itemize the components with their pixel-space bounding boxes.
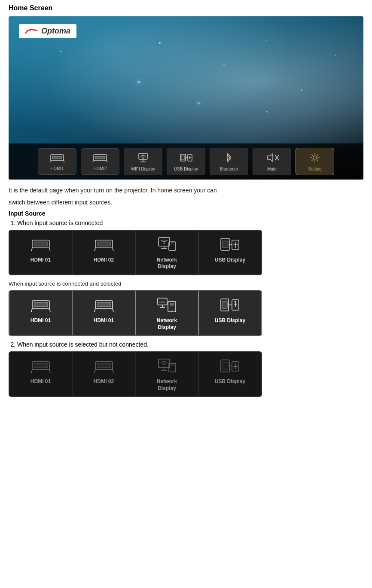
list-item-1: When input source is connected <box>17 219 363 226</box>
hero-btn-bluetooth[interactable]: Bluetooth <box>210 148 248 175</box>
hero-btn-hdmi2-label: HDMI2 <box>93 166 107 171</box>
bluetooth-icon <box>221 152 237 165</box>
hero-btn-bluetooth-label: Bluetooth <box>220 167 238 171</box>
svg-rect-73 <box>97 363 111 368</box>
svg-point-82 <box>163 364 165 366</box>
svg-line-25 <box>49 248 50 251</box>
hero-btn-mute[interactable]: Mute <box>253 148 291 175</box>
hero-btn-mute-label: Mute <box>267 167 277 171</box>
source-cell-usb-not-connected: USB Display <box>198 352 262 396</box>
hdmi01-icon-not-connected <box>30 358 51 376</box>
svg-rect-27 <box>97 242 111 246</box>
network-display-icon-not-connected <box>157 358 177 376</box>
connected-selected-label: When input source is connected and selec… <box>9 280 363 287</box>
source-cell-network-not-connected: NetworkDisplay <box>135 352 198 396</box>
optoma-logo-icon <box>25 27 39 36</box>
svg-rect-5 <box>95 156 105 159</box>
source-grid-connected: HDMI 01 HDMI 02 <box>9 230 262 275</box>
svg-line-71 <box>49 369 50 373</box>
source-label-hdmi01-connected: HDMI 01 <box>30 257 51 264</box>
source-cell-network-connected: NetworkDisplay <box>135 230 198 275</box>
source-cell-network-selected: NetworkDisplay <box>135 291 198 335</box>
svg-point-11 <box>143 158 143 158</box>
svg-line-24 <box>31 248 32 251</box>
input-source-title: Input Source <box>9 210 363 217</box>
hdmi01b-icon-selected <box>94 297 114 315</box>
hero-btn-wifi[interactable]: WIFI Display <box>124 148 162 175</box>
source-label-network-connected: NetworkDisplay <box>157 257 177 270</box>
svg-line-74 <box>95 369 95 373</box>
svg-line-3 <box>64 161 64 162</box>
svg-rect-23 <box>34 242 48 246</box>
source-label-usb-not-connected: USB Display <box>215 378 245 385</box>
svg-rect-1 <box>52 156 62 159</box>
hero-btn-usb[interactable]: USB Display <box>167 148 205 175</box>
hero-btn-setting[interactable]: Setting <box>296 148 334 175</box>
usb-display-icon-connected <box>220 237 241 254</box>
network-display-icon-connected <box>157 237 177 254</box>
usb-display-icon-selected <box>220 297 241 315</box>
source-cell-hdmi01b-selected: HDMI 01 <box>72 291 135 335</box>
source-label-network-selected: NetworkDisplay <box>157 317 177 331</box>
source-cell-hdmi02-connected: HDMI 02 <box>72 230 135 275</box>
svg-line-75 <box>113 369 113 373</box>
mute-icon <box>264 152 280 165</box>
source-cell-hdmi01-selected: HDMI 01 <box>9 291 72 335</box>
svg-rect-63 <box>222 302 227 308</box>
wifi-display-icon <box>135 152 151 165</box>
source-label-network-not-connected: NetworkDisplay <box>157 378 177 392</box>
svg-rect-30 <box>159 238 170 246</box>
hero-toolbar: HDMI1 HDMI2 <box>9 143 363 180</box>
hero-btn-hdmi1[interactable]: HDMI1 <box>38 148 76 175</box>
hero-btn-wifi-label: WIFI Display <box>131 167 156 171</box>
list-item-2: When input source is selected but not co… <box>17 341 363 348</box>
hero-btn-usb-label: USB Display <box>174 167 198 171</box>
svg-rect-13 <box>181 156 185 159</box>
svg-line-46 <box>49 308 50 312</box>
source-label-usb-selected: USB Display <box>215 317 245 324</box>
source-cell-hdmi01-not-connected: HDMI 01 <box>9 352 72 396</box>
svg-line-45 <box>31 308 32 312</box>
page-title: Home Screen <box>9 4 363 12</box>
svg-rect-69 <box>34 363 48 368</box>
svg-line-50 <box>113 308 113 312</box>
hero-btn-setting-label: Setting <box>308 167 321 171</box>
hdmi01-icon-selected <box>30 297 51 315</box>
source-label-hdmi01b-selected: HDMI 01 <box>94 317 114 324</box>
source-label-usb-connected: USB Display <box>215 257 245 264</box>
svg-marker-18 <box>268 154 273 161</box>
svg-line-29 <box>113 248 113 251</box>
svg-rect-44 <box>34 302 48 307</box>
source-cell-hdmi01-connected: HDMI 01 <box>9 230 72 275</box>
svg-line-70 <box>31 369 32 373</box>
description-line1: It is the default page when your turn on… <box>9 186 363 195</box>
svg-point-36 <box>163 242 165 244</box>
svg-line-6 <box>93 161 94 162</box>
hdmi02-icon-not-connected <box>94 358 114 376</box>
source-grid-not-connected: HDMI 01 HDMI 02 <box>9 351 262 397</box>
svg-rect-38 <box>222 241 228 248</box>
setting-icon <box>307 152 323 165</box>
svg-line-2 <box>50 161 51 162</box>
svg-point-21 <box>313 156 317 159</box>
svg-rect-84 <box>222 363 228 369</box>
network-display-icon-selected <box>157 297 177 315</box>
svg-line-7 <box>107 161 107 162</box>
source-label-hdmi01-selected: HDMI 01 <box>30 317 51 324</box>
source-label-hdmi02-not-connected: HDMI 02 <box>94 378 114 385</box>
svg-rect-48 <box>97 302 111 307</box>
hero-btn-hdmi1-label: HDMI1 <box>50 166 64 171</box>
svg-rect-76 <box>159 359 170 368</box>
source-label-hdmi01-not-connected: HDMI 01 <box>30 378 51 385</box>
usb-display-icon-not-connected <box>220 358 241 376</box>
hdmi01-icon-connected <box>30 237 51 254</box>
description-line2: switch between different input sources. <box>9 198 363 207</box>
source-cell-hdmi02-not-connected: HDMI 02 <box>72 352 135 396</box>
hero-image: Optoma HDMI1 <box>9 16 363 180</box>
usb-display-icon-hero <box>178 152 194 165</box>
source-grid-connected-selected: HDMI 01 HDMI 01 <box>9 290 262 336</box>
hero-logo: Optoma <box>19 24 76 38</box>
hdmi1-icon <box>49 152 65 165</box>
svg-line-49 <box>95 308 95 312</box>
hero-btn-hdmi2[interactable]: HDMI2 <box>81 148 119 175</box>
